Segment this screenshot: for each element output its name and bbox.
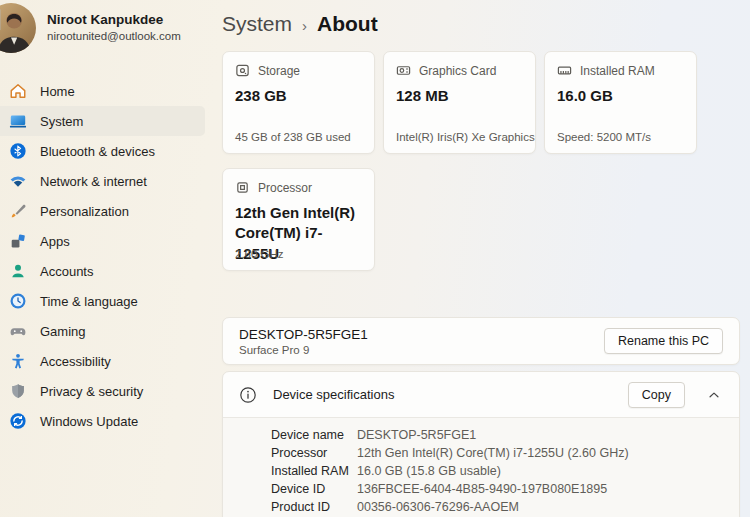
personalization-icon <box>9 202 27 220</box>
user-name: Niroot Kanpukdee <box>47 12 181 29</box>
sidebar-item-label: Network & internet <box>40 174 147 189</box>
sidebar-item-label: Windows Update <box>40 414 138 429</box>
sidebar-item-label: Bluetooth & devices <box>40 144 155 159</box>
home-icon <box>9 82 27 100</box>
card-value: 128 MB <box>396 86 523 106</box>
sidebar-item-label: Home <box>40 84 75 99</box>
device-name-card: DESKTOP-5R5FGE1 Surface Pro 9 Rename thi… <box>222 317 740 365</box>
info-card-installed-ram: Installed RAM 16.0 GB Speed: 5200 MT/s <box>544 51 697 154</box>
sidebar-item-label: Time & language <box>40 294 138 309</box>
info-card-storage: Storage 238 GB 45 GB of 238 GB used <box>222 51 375 154</box>
gaming-icon <box>9 322 27 340</box>
card-label: Graphics Card <box>419 64 496 78</box>
spec-row-device-id: Device ID 136FBCEE-6404-4B85-9490-197B08… <box>271 480 725 498</box>
spec-value: 00356-06306-76296-AAOEM <box>357 498 519 516</box>
ram-icon <box>557 63 572 78</box>
sidebar-item-windows-update[interactable]: Windows Update <box>0 406 205 436</box>
breadcrumb-chevron-icon: › <box>302 17 307 34</box>
device-model: Surface Pro 9 <box>239 344 368 356</box>
sidebar: Niroot Kanpukdee nirootunited@outlook.co… <box>0 0 210 517</box>
card-footer: 2.60 GHz <box>235 248 284 260</box>
chevron-up-icon <box>707 388 721 402</box>
device-name: DESKTOP-5R5FGE1 <box>239 326 368 344</box>
storage-icon <box>235 63 250 78</box>
sidebar-item-label: Apps <box>40 234 70 249</box>
sidebar-item-label: System <box>40 114 83 129</box>
user-avatar <box>0 3 36 53</box>
spec-label: Product ID <box>271 498 357 516</box>
user-info: Niroot Kanpukdee nirootunited@outlook.co… <box>47 12 181 44</box>
sidebar-item-apps[interactable]: Apps <box>0 226 205 256</box>
windows-update-icon <box>9 412 27 430</box>
accessibility-icon <box>9 352 27 370</box>
bluetooth-icon <box>9 142 27 160</box>
spec-label: Installed RAM <box>271 462 357 480</box>
sidebar-item-privacy-security[interactable]: Privacy & security <box>0 376 205 406</box>
spec-label: Processor <box>271 444 357 462</box>
info-cards: Storage 238 GB 45 GB of 238 GB used Grap… <box>222 51 697 271</box>
device-identity: DESKTOP-5R5FGE1 Surface Pro 9 <box>239 326 368 356</box>
spec-value: 12th Gen Intel(R) Core(TM) i7-1255U (2.6… <box>357 444 629 462</box>
sidebar-item-gaming[interactable]: Gaming <box>0 316 205 346</box>
breadcrumb-system[interactable]: System <box>222 12 292 36</box>
sidebar-item-label: Privacy & security <box>40 384 143 399</box>
privacy-icon <box>9 382 27 400</box>
collapse-button[interactable] <box>701 382 727 408</box>
sidebar-item-bluetooth-devices[interactable]: Bluetooth & devices <box>0 136 205 166</box>
info-card-processor: Processor 12th Gen Intel(R) Core(TM) i7-… <box>222 168 375 271</box>
spec-row-processor: Processor 12th Gen Intel(R) Core(TM) i7-… <box>271 444 725 462</box>
user-email: nirootunited@outlook.com <box>47 29 181 44</box>
sidebar-item-network-internet[interactable]: Network & internet <box>0 166 205 196</box>
cpu-icon <box>235 180 250 195</box>
sidebar-item-system[interactable]: System <box>0 106 205 136</box>
sidebar-item-personalization[interactable]: Personalization <box>0 196 205 226</box>
spec-row-installed-ram: Installed RAM 16.0 GB (15.8 GB usable) <box>271 462 725 480</box>
spec-label: Device ID <box>271 480 357 498</box>
card-label: Storage <box>258 64 300 78</box>
device-specifications-header[interactable]: Device specifications Copy <box>223 372 739 417</box>
spec-value: 16.0 GB (15.8 GB usable) <box>357 462 501 480</box>
info-card-graphics-card: Graphics Card 128 MB Intel(R) Iris(R) Xe… <box>383 51 536 154</box>
spec-row-product-id: Product ID 00356-06306-76296-AAOEM <box>271 498 725 516</box>
sidebar-item-label: Gaming <box>40 324 86 339</box>
network-icon <box>9 172 27 190</box>
card-footer: Speed: 5200 MT/s <box>557 131 651 143</box>
card-label: Processor <box>258 181 312 195</box>
card-footer: Intel(R) Iris(R) Xe Graphics <box>396 131 535 143</box>
spec-value: DESKTOP-5R5FGE1 <box>357 426 476 444</box>
device-specifications-title: Device specifications <box>273 387 612 402</box>
settings-window: Niroot Kanpukdee nirootunited@outlook.co… <box>0 0 750 517</box>
sidebar-item-label: Personalization <box>40 204 129 219</box>
user-account[interactable]: Niroot Kanpukdee nirootunited@outlook.co… <box>0 3 210 53</box>
system-icon <box>9 112 27 130</box>
spec-label: Device name <box>271 426 357 444</box>
device-specifications-table: Device name DESKTOP-5R5FGE1 Processor 12… <box>223 417 739 517</box>
sidebar-item-time-language[interactable]: Time & language <box>0 286 205 316</box>
rename-pc-button[interactable]: Rename this PC <box>604 328 723 354</box>
info-icon <box>239 386 257 404</box>
copy-button[interactable]: Copy <box>628 382 685 408</box>
sidebar-item-accessibility[interactable]: Accessibility <box>0 346 205 376</box>
sidebar-item-label: Accounts <box>40 264 93 279</box>
apps-icon <box>9 232 27 250</box>
main-content: System › About Storage 238 GB 45 GB of 2… <box>210 0 750 517</box>
card-footer: 45 GB of 238 GB used <box>235 131 351 143</box>
page-title: About <box>317 12 378 36</box>
card-value: 16.0 GB <box>557 86 684 106</box>
card-label: Installed RAM <box>580 64 655 78</box>
spec-row-device-name: Device name DESKTOP-5R5FGE1 <box>271 426 725 444</box>
sidebar-item-label: Accessibility <box>40 354 111 369</box>
accounts-icon <box>9 262 27 280</box>
spec-value: 136FBCEE-6404-4B85-9490-197B080E1895 <box>357 480 607 498</box>
device-specifications-expander: Device specifications Copy Device name D… <box>222 371 740 517</box>
gpu-icon <box>396 63 411 78</box>
sidebar-nav: Home System Bluetooth & devices Network … <box>0 76 210 436</box>
time-icon <box>9 292 27 310</box>
breadcrumb: System › About <box>222 12 740 36</box>
card-value: 238 GB <box>235 86 362 106</box>
sidebar-item-accounts[interactable]: Accounts <box>0 256 205 286</box>
sidebar-item-home[interactable]: Home <box>0 76 205 106</box>
